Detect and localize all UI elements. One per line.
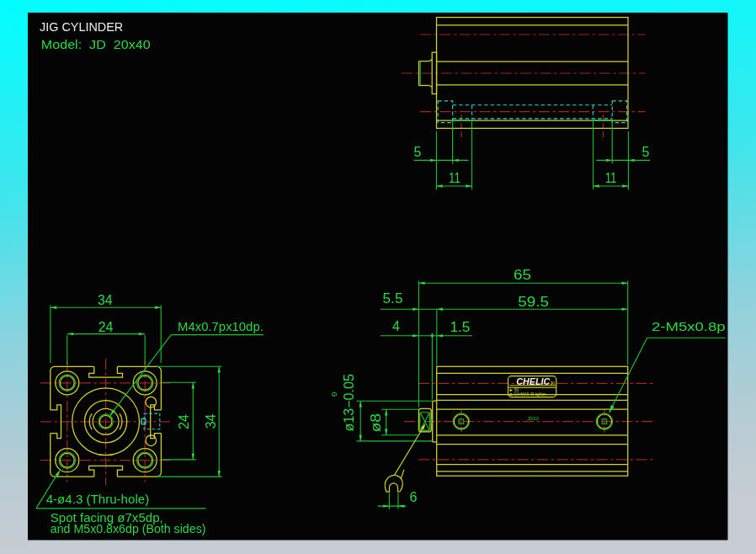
svg-text:11: 11	[605, 171, 617, 185]
svg-text:4: 4	[392, 319, 400, 333]
svg-text:6: 6	[410, 490, 418, 504]
svg-text:JIG CYLINDER: JIG CYLINDER	[40, 20, 123, 34]
svg-text:JD20: JD20	[527, 416, 539, 421]
svg-text:24: 24	[177, 414, 191, 429]
svg-text:CHELIC: CHELIC	[516, 376, 550, 386]
svg-text:59.5: 59.5	[518, 295, 549, 309]
svg-text:65: 65	[514, 268, 531, 282]
svg-text:24: 24	[98, 320, 114, 334]
svg-text:M4x0.7px10dp.: M4x0.7px10dp.	[178, 320, 264, 333]
svg-text:2-M5x0.8p: 2-M5x0.8p	[652, 320, 726, 333]
svg-text:4-ø4.3 (Thru-hole): 4-ø4.3 (Thru-hole)	[46, 493, 150, 506]
svg-text:ø13−0.05: ø13−0.05	[342, 374, 356, 432]
svg-text:20: 20	[551, 381, 556, 386]
svg-text:5: 5	[642, 145, 649, 159]
svg-text:1.5: 1.5	[450, 320, 470, 334]
svg-text:5.5: 5.5	[383, 291, 403, 306]
svg-text:34: 34	[204, 414, 218, 429]
svg-text:Model: JD 20x40: Model: JD 20x40	[41, 37, 151, 51]
svg-text:5: 5	[413, 145, 421, 159]
svg-text:11: 11	[449, 171, 461, 185]
svg-text:CA=MAX 40 kgf/cm: CA=MAX 40 kgf/cm	[514, 392, 546, 397]
svg-text:and M5x0.8x6dp (Both sides): and M5x0.8x6dp (Both sides)	[51, 522, 206, 535]
svg-text:34: 34	[98, 293, 113, 307]
svg-text:0: 0	[330, 392, 338, 397]
svg-text:ø8: ø8	[369, 413, 383, 433]
